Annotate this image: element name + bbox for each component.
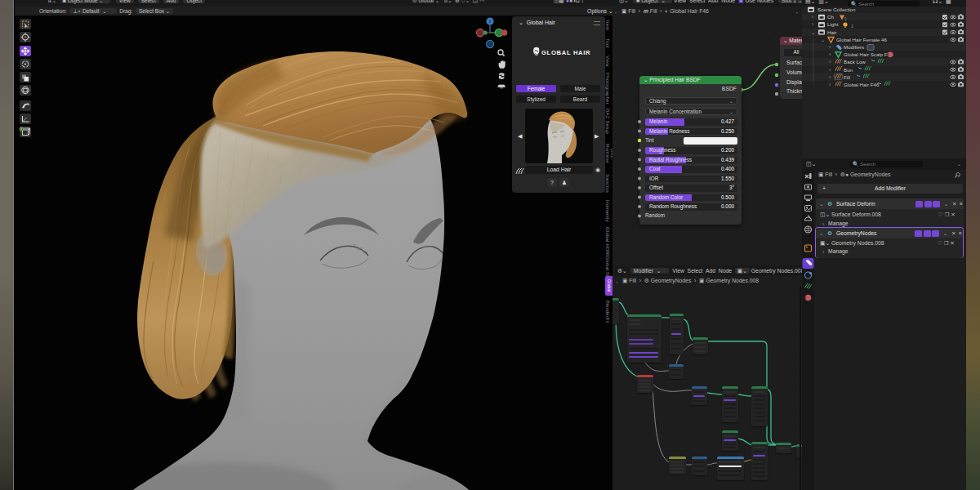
svg-text:GLOBAL HAIR: GLOBAL HAIR: [541, 49, 590, 56]
svg-text:z: z: [489, 19, 492, 24]
